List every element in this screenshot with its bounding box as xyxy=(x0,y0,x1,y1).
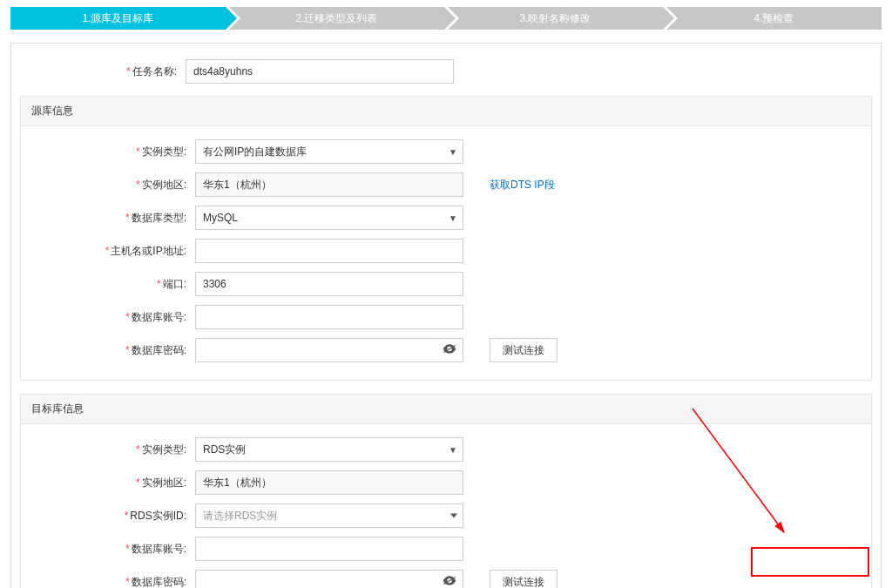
source-password-input[interactable] xyxy=(195,338,463,362)
target-rds-id-select[interactable]: 请选择RDS实例 xyxy=(195,504,463,528)
source-port-input[interactable] xyxy=(195,272,463,296)
target-password-row: *数据库密码: 测试连接 xyxy=(21,570,871,588)
select-placeholder: 请选择RDS实例 xyxy=(203,509,277,524)
field-label: *实例地区: xyxy=(21,178,195,193)
field-label: *实例地区: xyxy=(21,476,195,490)
target-db-section: 目标库信息 *实例类型: RDS实例 ▼ *实例地区: 华东1（杭州） *RDS… xyxy=(20,394,872,588)
step-label: 4.预检查 xyxy=(753,12,794,24)
source-test-connection-button[interactable]: 测试连接 xyxy=(490,338,558,362)
eye-icon[interactable] xyxy=(443,576,456,589)
target-region-row: *实例地区: 华东1（杭州） xyxy=(21,470,871,495)
field-label: *数据库密码: xyxy=(21,343,195,358)
task-name-row: *任务名称: xyxy=(11,44,881,96)
step-label: 1.源库及目标库 xyxy=(82,12,153,24)
field-label: *数据库密码: xyxy=(21,575,195,589)
field-label: *数据库类型: xyxy=(21,211,195,226)
select-value: 华东1（杭州） xyxy=(203,178,272,193)
source-db-type-row: *数据库类型: MySQL ▼ xyxy=(21,206,871,230)
target-account-row: *数据库账号: xyxy=(21,537,871,561)
field-label: *端口: xyxy=(21,277,195,292)
source-port-row: *端口: xyxy=(21,272,871,296)
task-name-label: *任务名称: xyxy=(11,64,186,79)
source-account-row: *数据库账号: xyxy=(21,305,871,329)
source-region-select[interactable]: 华东1（杭州） xyxy=(195,172,463,197)
source-instance-type-row: *实例类型: 有公网IP的自建数据库 ▼ xyxy=(21,139,871,164)
chevron-down-icon xyxy=(450,514,457,518)
target-rds-id-row: *RDS实例ID: 请选择RDS实例 xyxy=(21,504,871,528)
target-test-connection-button[interactable]: 测试连接 xyxy=(490,570,558,588)
wizard-steps: 1.源库及目标库 2.迁移类型及列表 3.映射名称修改 4.预检查 xyxy=(10,7,882,30)
task-name-input[interactable] xyxy=(186,59,454,84)
select-value: RDS实例 xyxy=(203,443,246,457)
source-instance-type-select[interactable]: 有公网IP的自建数据库 ▼ xyxy=(195,139,463,164)
target-account-input[interactable] xyxy=(195,537,463,561)
field-label: *数据库账号: xyxy=(21,542,195,557)
field-label: *实例类型: xyxy=(21,443,195,457)
chevron-down-icon: ▼ xyxy=(449,213,457,223)
select-value: 华东1（杭州） xyxy=(203,476,272,490)
target-password-input[interactable] xyxy=(195,570,463,588)
source-db-section: 源库信息 *实例类型: 有公网IP的自建数据库 ▼ *实例地区: 华东1（杭州）… xyxy=(20,96,872,381)
source-host-row: *主机名或IP地址: xyxy=(21,239,871,263)
select-value: MySQL xyxy=(203,212,238,224)
eye-icon[interactable] xyxy=(443,344,456,357)
field-label: *数据库账号: xyxy=(21,310,195,325)
target-instance-type-row: *实例类型: RDS实例 ▼ xyxy=(21,437,871,462)
source-db-type-select[interactable]: MySQL ▼ xyxy=(195,206,463,230)
source-password-row: *数据库密码: 测试连接 xyxy=(21,338,871,362)
get-dts-ip-link[interactable]: 获取DTS IP段 xyxy=(490,178,555,193)
chevron-down-icon: ▼ xyxy=(449,147,457,157)
step-label: 2.迁移类型及列表 xyxy=(295,12,377,24)
step-label: 3.映射名称修改 xyxy=(519,12,591,24)
select-value: 有公网IP的自建数据库 xyxy=(203,145,307,159)
chevron-down-icon: ▼ xyxy=(449,445,457,455)
step-4-precheck[interactable]: 4.预检查 xyxy=(666,7,882,30)
main-panel: *任务名称: 源库信息 *实例类型: 有公网IP的自建数据库 ▼ *实例地区: … xyxy=(10,43,882,588)
source-account-input[interactable] xyxy=(195,305,463,329)
field-label: *实例类型: xyxy=(21,145,195,159)
step-1-source-target[interactable]: 1.源库及目标库 xyxy=(10,7,226,30)
target-region-select[interactable]: 华东1（杭州） xyxy=(195,470,463,495)
field-label: *RDS实例ID: xyxy=(21,509,195,524)
source-host-input[interactable] xyxy=(195,239,463,263)
field-label: *主机名或IP地址: xyxy=(21,244,195,259)
target-db-header: 目标库信息 xyxy=(21,395,871,424)
source-db-header: 源库信息 xyxy=(21,97,871,126)
source-region-row: *实例地区: 华东1（杭州） 获取DTS IP段 xyxy=(21,172,871,197)
step-2-migration-type[interactable]: 2.迁移类型及列表 xyxy=(229,7,444,30)
target-instance-type-select[interactable]: RDS实例 ▼ xyxy=(195,437,463,462)
step-3-mapping[interactable]: 3.映射名称修改 xyxy=(448,7,663,30)
